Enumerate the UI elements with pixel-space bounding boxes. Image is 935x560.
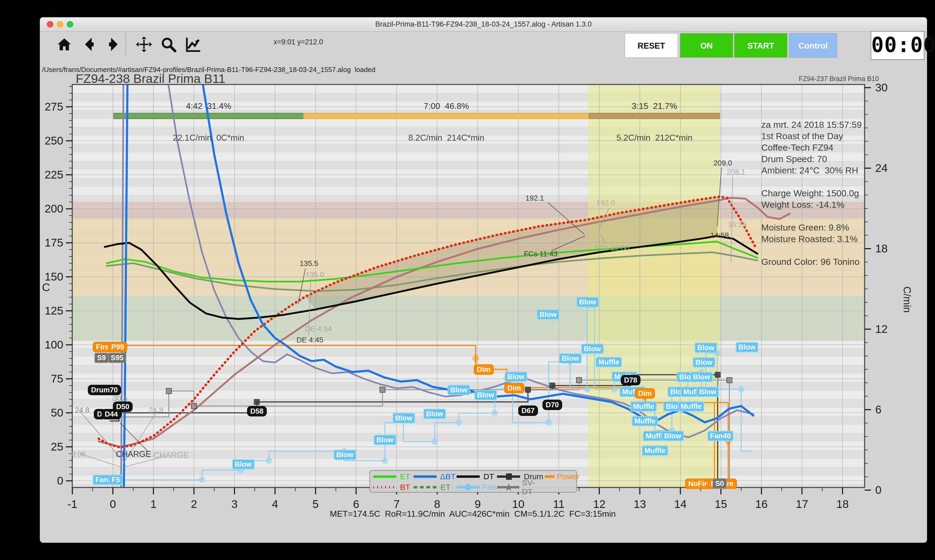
- event-badge-dim[interactable]: Dim: [635, 388, 655, 399]
- event-badge-muffle[interactable]: Muffle: [678, 402, 704, 412]
- event-badge-muffle[interactable]: Muffle: [642, 446, 668, 456]
- event-badge-muffle[interactable]: Muffle: [631, 402, 657, 412]
- event-badge-drum70[interactable]: Drum70: [88, 385, 121, 395]
- roast-profile-chart[interactable]: [0, 0, 935, 560]
- event-badge-blow[interactable]: Blow: [661, 431, 684, 441]
- event-badge-s95[interactable]: S95: [108, 353, 126, 363]
- event-badge-blow[interactable]: Blow: [537, 309, 560, 320]
- event-badge-d58[interactable]: D58: [247, 406, 267, 417]
- event-badge-f5[interactable]: F5: [109, 475, 123, 485]
- event-badge-blow[interactable]: Blow: [232, 459, 255, 470]
- analysis-highlight-region: [588, 85, 720, 488]
- event-badge-d67[interactable]: D67: [518, 406, 538, 416]
- event-badge-blow[interactable]: Blow: [736, 342, 758, 352]
- event-badge-dim[interactable]: Dim: [474, 365, 494, 375]
- event-badge-muffle[interactable]: Muffle: [632, 416, 658, 426]
- event-badge-blow[interactable]: Blow: [374, 435, 396, 445]
- event-badge-blow[interactable]: Blow: [392, 413, 415, 423]
- event-badge-blow[interactable]: Blow: [693, 357, 715, 368]
- event-badge-blow[interactable]: Blow: [695, 343, 717, 353]
- event-badge-s9[interactable]: S9: [94, 353, 108, 363]
- event-badge-blow[interactable]: Blow: [474, 390, 497, 400]
- event-badge-d78[interactable]: D78: [621, 375, 640, 385]
- event-badge-muffle[interactable]: Muffle: [595, 357, 622, 368]
- event-badge-blow[interactable]: Blow: [423, 409, 446, 419]
- event-badge-dim[interactable]: Dim: [504, 383, 524, 394]
- phase-bar-2: [589, 113, 720, 119]
- event-badge-blow[interactable]: Blow: [690, 372, 713, 382]
- event-badge-blow[interactable]: Blow: [577, 297, 599, 308]
- event-badge-d50[interactable]: D50: [113, 402, 132, 412]
- event-badge-blow[interactable]: Blow: [581, 344, 604, 354]
- event-badge-fan[interactable]: Fan: [93, 475, 111, 485]
- event-badge-blow[interactable]: Blow: [448, 385, 470, 395]
- event-badge-d70[interactable]: D70: [543, 400, 562, 410]
- event-badge-blow[interactable]: Blow: [334, 450, 356, 460]
- event-badge-s0[interactable]: S0: [712, 478, 726, 489]
- event-badge-blow[interactable]: Blow: [505, 372, 527, 382]
- phase-bar-1: [303, 113, 589, 119]
- event-badge-blow[interactable]: Blow: [559, 353, 582, 364]
- screen: { "window": {"title": "Brazil-Prima-B11-…: [0, 0, 935, 560]
- event-badge-p99[interactable]: P99: [108, 342, 127, 352]
- event-badge-blow[interactable]: Blow: [697, 387, 719, 397]
- event-badge-fan40[interactable]: Fan40: [707, 431, 734, 441]
